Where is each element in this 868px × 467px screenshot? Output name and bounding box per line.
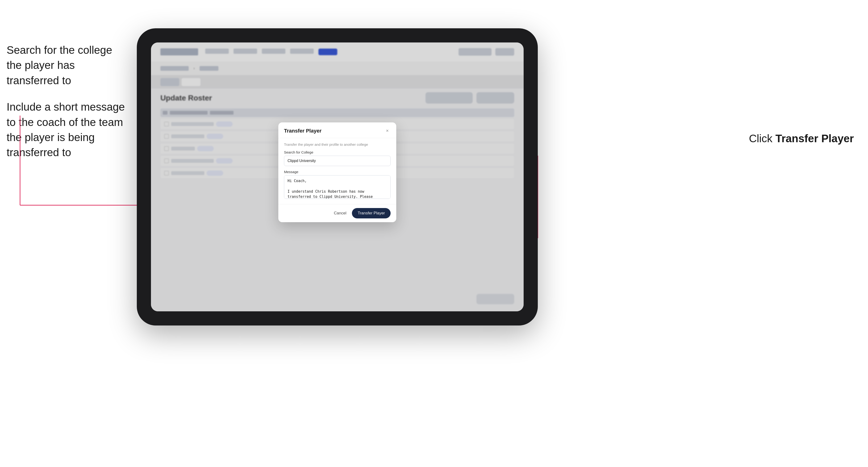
transfer-player-button[interactable]: Transfer Player: [352, 208, 391, 218]
annotation-right: Click Transfer Player: [749, 132, 854, 145]
annotation-transfer-player-label: Transfer Player: [776, 132, 854, 145]
modal-title: Transfer Player: [284, 128, 321, 134]
search-college-input[interactable]: [284, 156, 391, 166]
transfer-player-modal: Transfer Player × Transfer the player an…: [278, 122, 396, 222]
message-textarea[interactable]: Hi Coach, I understand Chris Robertson h…: [284, 175, 391, 199]
cancel-button[interactable]: Cancel: [331, 209, 349, 217]
ipad-device: › Update Roster: [137, 28, 538, 325]
modal-overlay: Transfer Player × Transfer the player an…: [151, 42, 524, 311]
modal-header: Transfer Player ×: [278, 122, 396, 138]
annotation-message-text: Include a short message to the coach of …: [7, 101, 125, 158]
annotation-left: Search for the college the player has tr…: [7, 42, 129, 172]
message-label: Message: [284, 170, 391, 174]
modal-close-button[interactable]: ×: [384, 128, 391, 134]
modal-body: Transfer the player and their profile to…: [278, 138, 396, 204]
modal-description: Transfer the player and their profile to…: [284, 143, 391, 147]
annotation-click-label: Click: [749, 132, 775, 145]
search-college-label: Search for College: [284, 150, 391, 154]
annotation-search-text: Search for the college the player has tr…: [7, 44, 112, 87]
ipad-screen: › Update Roster: [151, 42, 524, 311]
modal-footer: Cancel Transfer Player: [278, 204, 396, 222]
